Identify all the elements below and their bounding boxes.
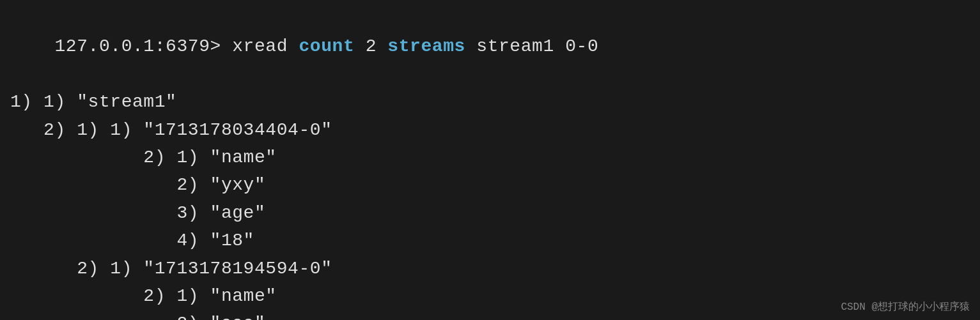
stream-args: stream1 0-0 [465, 36, 598, 56]
output-line-9: 2) "aaa" [10, 310, 970, 320]
output-line-2: 2) 1) 1) "1713178034404-0" [10, 116, 970, 144]
output-line-7: 2) 1) "1713178194594-0" [10, 255, 970, 282]
output-line-3: 2) 1) "name" [10, 144, 970, 171]
output-line-1: 1) 1) "stream1" [10, 88, 970, 116]
output-line-4: 2) "yxy" [10, 171, 970, 199]
prompt-text: 127.0.0.1:6379> xread [54, 36, 299, 56]
command-line: 127.0.0.1:6379> xread count 2 streams st… [10, 5, 970, 88]
terminal-window: 127.0.0.1:6379> xread count 2 streams st… [0, 0, 980, 320]
watermark-text: CSDN @想打球的小小程序猿 [841, 300, 970, 314]
output-line-6: 4) "18" [10, 227, 970, 254]
count-value: 2 [354, 36, 387, 56]
keyword-streams: streams [387, 36, 465, 56]
output-line-8: 2) 1) "name" [10, 282, 970, 310]
keyword-count: count [299, 36, 354, 56]
output-line-5: 3) "age" [10, 199, 970, 227]
